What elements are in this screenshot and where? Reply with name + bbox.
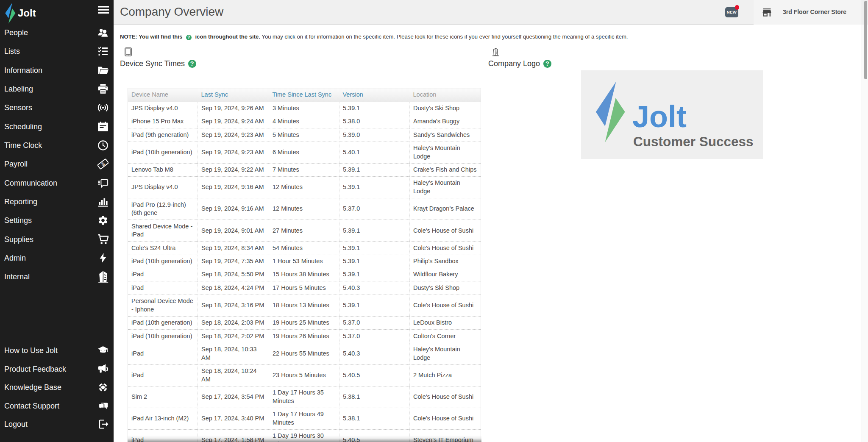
svg-text:Jolt: Jolt	[632, 100, 687, 133]
svg-text:Customer Success: Customer Success	[633, 134, 754, 149]
